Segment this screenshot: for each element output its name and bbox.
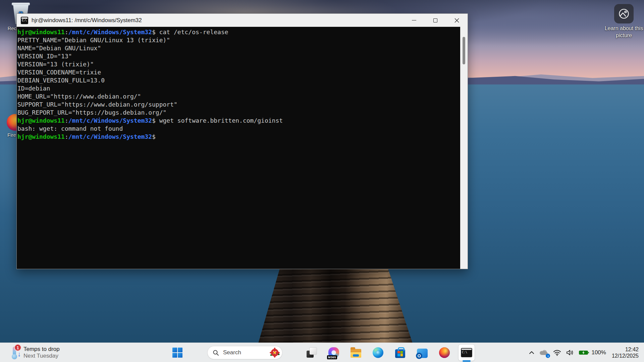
file-explorer-icon — [351, 349, 361, 358]
terminal-line: PRETTY_NAME="Debian GNU/Linux 13 (trixie… — [17, 36, 460, 44]
taskbar: ↓ 1 Temps to drop Next Tuesday Search — [0, 343, 644, 362]
m365-copilot-icon: M365 — [328, 347, 339, 358]
search-box[interactable]: Search — [207, 346, 282, 359]
terminal-line: hjr@windows11:/mnt/c/Windows/System32$ c… — [17, 28, 460, 36]
volume-tray-icon[interactable] — [564, 346, 576, 359]
maximize-button[interactable] — [425, 14, 446, 27]
window-title: hjr@windows11: /mnt/c/Windows/System32 — [32, 17, 142, 24]
terminal-window: hjr@windows11: /mnt/c/Windows/System32 h… — [16, 13, 468, 269]
chevron-up-icon — [529, 351, 534, 354]
terminal-line: VERSION="13 (trixie)" — [17, 60, 460, 68]
scrollbar-thumb[interactable] — [463, 37, 465, 64]
tray-clock[interactable]: 12:42 12/12/2025 — [612, 346, 639, 359]
battery-percent: 100% — [591, 349, 606, 356]
terminal-line: VERSION_ID="13" — [17, 52, 460, 60]
taskbar-app-microsoft-store[interactable] — [392, 345, 408, 361]
minimize-icon — [412, 20, 416, 20]
terminal-icon — [461, 348, 472, 357]
edge-icon — [373, 347, 383, 358]
taskbar-app-terminal[interactable] — [459, 345, 475, 361]
clock-time: 12:42 — [612, 346, 639, 353]
taskbar-app-task-view[interactable] — [304, 345, 320, 361]
terminal-output[interactable]: hjr@windows11:/mnt/c/Windows/System32$ c… — [17, 27, 460, 269]
terminal-line: hjr@windows11:/mnt/c/Windows/System32$ w… — [17, 117, 460, 125]
terminal-line: bash: wget: command not found — [17, 125, 460, 133]
terminal-line: VERSION_CODENAME=trixie — [17, 68, 460, 76]
start-button[interactable] — [169, 345, 185, 361]
terminal-line: ID=debian — [17, 84, 460, 93]
terminal-line: HOME_URL="https://www.debian.org/" — [17, 93, 460, 101]
maximize-icon — [433, 18, 437, 22]
m365-badge: M365 — [327, 355, 337, 359]
taskbar-app-file-explorer[interactable] — [348, 345, 364, 361]
terminal-line: NAME="Debian GNU/Linux" — [17, 44, 460, 52]
wifi-tray-icon[interactable] — [551, 346, 564, 359]
picture-icon — [614, 4, 634, 23]
terminal-scrollbar[interactable] — [460, 27, 468, 269]
volume-icon — [566, 349, 574, 356]
battery-tray-item[interactable]: 100% — [576, 346, 608, 359]
terminal-line: hjr@windows11:/mnt/c/Windows/System32$ — [17, 133, 460, 141]
search-icon — [213, 350, 219, 356]
firefox-icon — [439, 347, 450, 358]
onedrive-tray-icon[interactable]: i — [537, 346, 551, 359]
system-tray: i — [527, 343, 644, 362]
taskbar-app-m365-copilot[interactable]: M365 — [326, 345, 342, 361]
tray-overflow-button[interactable] — [527, 346, 537, 359]
active-app-indicator — [463, 360, 471, 362]
desktop: ♻ Recycle Bin Firefox Learn about this p… — [0, 0, 644, 362]
info-badge-icon: i — [546, 354, 550, 358]
taskbar-app-outlook[interactable] — [414, 345, 430, 361]
wifi-icon — [553, 350, 561, 356]
desktop-icon-learn-about-picture[interactable]: Learn about this picture — [604, 4, 643, 39]
terminal-line: DEBIAN_VERSION_FULL=13.0 — [17, 76, 460, 84]
weather-widget[interactable]: ↓ 1 Temps to drop Next Tuesday — [7, 343, 63, 362]
notification-badge: 1 — [14, 344, 21, 351]
battery-icon — [579, 350, 589, 356]
poinsettia-icon — [269, 347, 280, 358]
search-placeholder: Search — [223, 349, 264, 356]
thermometer-icon: ↓ 1 — [10, 346, 20, 359]
taskbar-app-firefox[interactable] — [436, 345, 452, 361]
widget-subtitle: Next Tuesday — [23, 353, 60, 359]
outlook-icon — [417, 349, 428, 358]
terminal-titlebar[interactable]: hjr@windows11: /mnt/c/Windows/System32 — [17, 14, 468, 27]
close-button[interactable] — [446, 14, 468, 27]
terminal-line: SUPPORT_URL="https://www.debian.org/supp… — [17, 101, 460, 109]
close-icon — [454, 18, 459, 23]
desktop-icon-label: Learn about this picture — [604, 25, 643, 39]
terminal-window-icon — [21, 17, 28, 24]
wallpaper-pier — [258, 268, 413, 343]
minimize-button[interactable] — [403, 14, 425, 27]
task-view-icon — [307, 348, 317, 358]
taskbar-app-edge[interactable] — [370, 345, 386, 361]
windows-logo-icon — [172, 348, 182, 358]
taskbar-apps: M365 — [304, 345, 475, 361]
clock-date: 12/12/2025 — [612, 353, 639, 359]
widget-title: Temps to drop — [23, 346, 60, 353]
terminal-line: BUG_REPORT_URL="https://bugs.debian.org/… — [17, 109, 460, 117]
microsoft-store-icon — [395, 349, 405, 358]
